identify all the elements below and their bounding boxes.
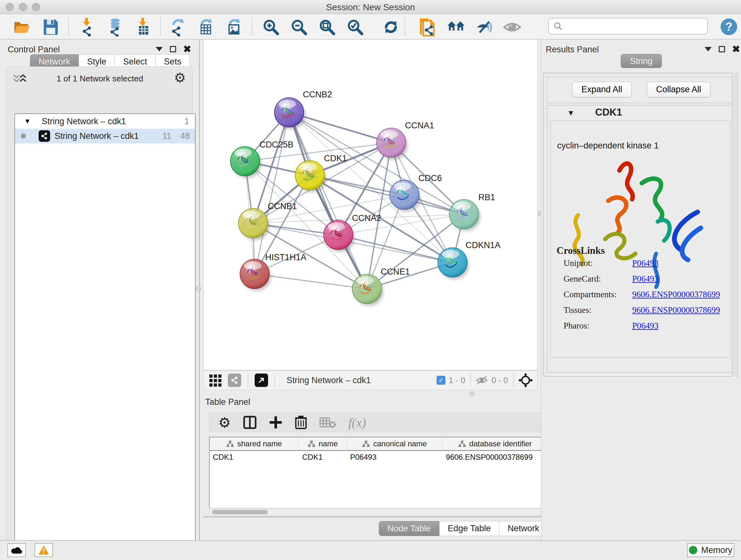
network-options-gear-icon[interactable]: ⚙	[174, 70, 186, 85]
scrollbar-thumb[interactable]	[212, 510, 268, 514]
crosslink-link[interactable]: 9606.ENSP00000378699	[632, 305, 720, 315]
home-pages-icon[interactable]	[447, 18, 465, 37]
crosslink-row: GeneCard: P06493	[563, 274, 723, 284]
import-database-icon[interactable]	[105, 18, 124, 37]
edge-CCNB2-HIST1H1A[interactable]	[255, 112, 289, 274]
collapse-panel-icon[interactable]	[156, 47, 163, 51]
toolbar-separator	[68, 18, 69, 36]
results-panel: Results Panel ✖ String Expand All Collap…	[541, 40, 741, 540]
column-header-canonical-name[interactable]: canonical name	[347, 437, 443, 450]
eye-disabled-icon[interactable]	[503, 18, 522, 37]
selected-checkbox-icon[interactable]: ✓	[436, 376, 446, 385]
network-collection-row[interactable]: ▼ String Network – cdk1 1	[15, 114, 195, 129]
delete-column-icon[interactable]	[294, 415, 307, 430]
fit-content-target-icon[interactable]	[518, 373, 533, 388]
tab-node-table[interactable]: Node Table	[379, 521, 440, 536]
zoom-selected-icon[interactable]	[346, 18, 364, 37]
node-label-CDKN1A: CDKN1A	[466, 240, 501, 250]
zoom-in-icon[interactable]	[262, 18, 280, 37]
export-table-icon[interactable]	[197, 18, 215, 37]
network-overview-icon[interactable]	[228, 374, 241, 387]
network-row-selected[interactable]: String Network – cdk1 11 48	[15, 129, 195, 143]
show-columns-icon[interactable]	[243, 415, 257, 429]
expand-collapse-box: Expand All Collapse All	[547, 77, 734, 103]
doc-share-icon[interactable]	[417, 18, 436, 37]
node-CDKN1A[interactable]: CDKN1A	[438, 240, 501, 280]
save-icon[interactable]	[42, 18, 60, 37]
column-header-database-identifier[interactable]: database identifier	[443, 437, 548, 450]
node-CCNB2[interactable]: CCNB2	[274, 90, 332, 130]
add-column-icon[interactable]	[269, 416, 282, 429]
crosslink-link[interactable]: P06493	[632, 274, 659, 284]
function-builder-icon[interactable]: f(x)	[348, 415, 366, 430]
left-splitter-handle[interactable]	[196, 286, 201, 291]
help-button[interactable]: ?	[720, 18, 738, 36]
table-panel-title: Table Panel	[205, 397, 250, 407]
table-cell[interactable]: CDK1	[299, 451, 347, 464]
network-canvas[interactable]: CCNB2 CCNA1 CDC25B CDK1	[203, 40, 538, 370]
zoom-out-icon[interactable]	[290, 18, 308, 37]
crosslink-label: Compartments:	[563, 290, 632, 300]
delete-table-icon[interactable]	[320, 416, 336, 429]
node-label-CDC25B: CDC25B	[259, 140, 293, 149]
table-cell[interactable]: CDK1	[210, 451, 299, 464]
edge-HIST1H1A-CCNE1[interactable]	[255, 274, 367, 289]
expand-arrow-icon[interactable]: ▼	[24, 117, 31, 125]
memory-label: Memory	[701, 545, 732, 555]
section-collapse-arrow-icon[interactable]: ▼	[567, 109, 575, 118]
import-network-icon[interactable]	[78, 18, 96, 37]
close-panel-icon[interactable]: ✖	[732, 46, 740, 52]
current-network-dot-icon	[21, 133, 26, 138]
warnings-button[interactable]	[35, 543, 53, 557]
hidden-counts: 0 - 0	[491, 375, 508, 385]
expand-all-button[interactable]: Expand All	[572, 82, 631, 98]
float-panel-icon[interactable]	[170, 46, 176, 52]
node-CCNE1[interactable]: CCNE1	[352, 267, 410, 306]
node-CCNA1[interactable]: CCNA1	[377, 121, 434, 160]
table-settings-gear-icon[interactable]: ⚙	[218, 415, 231, 431]
float-panel-icon[interactable]	[719, 46, 725, 52]
crosslink-row: Compartments: 9606.ENSP00000378699	[563, 290, 723, 300]
hide-eye-icon[interactable]	[475, 18, 493, 37]
import-table-icon[interactable]	[134, 18, 152, 37]
export-network-icon[interactable]	[169, 18, 187, 37]
node-RB1[interactable]: RB1	[449, 192, 495, 232]
crosslink-link[interactable]: P06493	[632, 321, 659, 331]
table-cell[interactable]: P06493	[347, 451, 443, 464]
main-toolbar: ?	[0, 14, 741, 40]
network-view-title: String Network – cdk1	[286, 375, 371, 385]
crosslink-link[interactable]: 9606.ENSP00000378699	[632, 290, 720, 300]
crosslink-row: Tissues: 9606.ENSP00000378699	[563, 305, 723, 315]
collection-name: String Network – cdk1	[42, 117, 126, 126]
open-folder-icon[interactable]	[13, 18, 31, 37]
crosslink-link[interactable]: P06493	[632, 258, 659, 268]
tab-string[interactable]: String	[621, 54, 662, 68]
edge-CCNB2-CCNE1[interactable]	[289, 112, 367, 289]
toolbar-separator	[252, 18, 252, 36]
collapse-panel-icon[interactable]	[704, 47, 712, 51]
column-header-shared-name[interactable]: shared name	[210, 437, 299, 450]
search-box[interactable]	[548, 18, 708, 35]
status-bar: Memory	[0, 540, 741, 560]
results-scrollbar[interactable]	[732, 73, 737, 377]
node-CCNB1[interactable]: CCNB1	[239, 201, 297, 240]
table-cell[interactable]: 9606.ENSP00000378699	[443, 451, 548, 464]
close-panel-icon[interactable]: ✖	[183, 46, 191, 52]
memory-button[interactable]: Memory	[687, 543, 734, 557]
column-header-name[interactable]: name	[299, 437, 347, 450]
grid-view-icon[interactable]	[209, 373, 223, 387]
export-image-icon[interactable]	[225, 18, 243, 37]
cloud-status-button[interactable]	[7, 543, 26, 557]
collapse-all-button[interactable]: Collapse All	[647, 82, 711, 98]
search-input[interactable]	[563, 21, 700, 31]
zoom-fit-icon[interactable]	[318, 18, 336, 37]
refresh-icon[interactable]	[382, 18, 400, 37]
tab-edge-table[interactable]: Edge Table	[440, 521, 499, 536]
hidden-eye-icon[interactable]	[475, 375, 488, 385]
window-title: Session: New Session	[0, 2, 741, 12]
detach-view-icon[interactable]	[255, 374, 268, 387]
node-HIST1H1A[interactable]: HIST1H1A	[240, 253, 307, 291]
selected-counts: 1 - 0	[449, 375, 465, 385]
network-list: ▼ String Network – cdk1 1 String Network…	[14, 113, 196, 555]
cloud-icon	[11, 546, 22, 554]
